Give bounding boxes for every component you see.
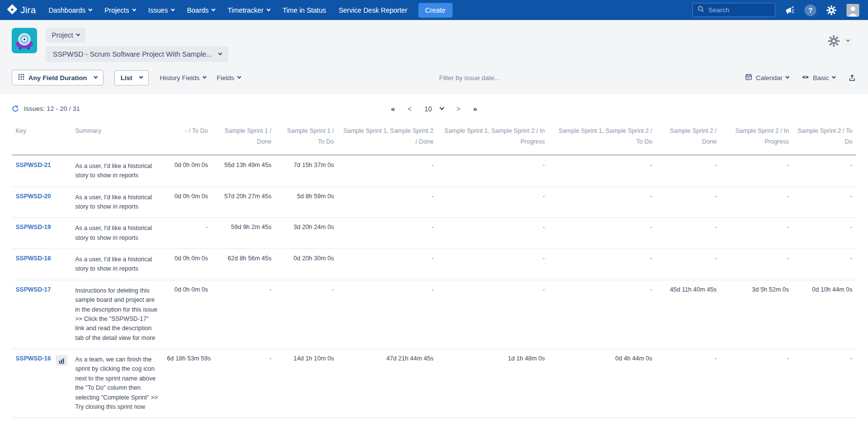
duration-cell: -	[275, 280, 338, 349]
duration-cell: -	[793, 155, 856, 187]
issue-key-link[interactable]: SSPWSD-21	[16, 162, 51, 168]
column-header: Sample Sprint 1, Sample Sprint 2 / To Do	[549, 121, 656, 155]
help-icon[interactable]: ?	[805, 4, 816, 16]
scope-selector[interactable]: Project	[46, 28, 85, 42]
duration-cell: -	[721, 249, 793, 280]
report-settings-button[interactable]	[827, 28, 849, 47]
results-bar: Issues: 12 - 20 / 31 « < 10 > »	[0, 94, 868, 121]
jira-mark-icon	[7, 4, 18, 17]
settings-gear-icon[interactable]	[826, 5, 837, 16]
eye-icon	[802, 73, 813, 83]
pagination: « < 10 > »	[391, 105, 477, 113]
first-page-button[interactable]: «	[391, 105, 395, 113]
project-header: Project SSPWSD - Scrum Software Project …	[0, 20, 868, 67]
duration-cell: -	[793, 349, 856, 418]
issues-count-label: Issues: 12 - 20 / 31	[24, 105, 80, 112]
page-size-selector[interactable]: 10	[424, 105, 444, 113]
duration-cell: 55d 13h 49m 45s	[212, 155, 275, 187]
nav-item-boards[interactable]: Boards	[187, 6, 215, 14]
search-input[interactable]	[708, 6, 762, 14]
column-header: Sample Sprint 1, Sample Sprint 2 / Done	[338, 121, 437, 155]
duration-cell: 0d 20h 30m 0s	[275, 249, 338, 280]
issue-key-link[interactable]: SSPWSD-20	[16, 193, 51, 200]
announcements-icon[interactable]	[785, 5, 795, 15]
last-page-button[interactable]: »	[473, 105, 477, 113]
user-avatar[interactable]	[847, 4, 859, 17]
duration-cell: 0d 10h 44m 0s	[793, 280, 856, 349]
issue-key-link[interactable]: SSPWSD-19	[16, 224, 51, 231]
duration-cell: -	[793, 187, 856, 218]
export-icon[interactable]	[848, 74, 856, 82]
duration-cell: -	[656, 187, 721, 218]
column-header: Sample Sprint 2 / Done	[656, 121, 721, 155]
project-avatar	[12, 28, 37, 53]
issue-key-link[interactable]: SSPWSD-17	[16, 286, 51, 293]
issue-summary: As a user, I'd like a historical story t…	[75, 193, 159, 212]
issue-key-link[interactable]: SSPWSD-18	[16, 255, 51, 262]
nav-item-time-in-status[interactable]: Time in Status	[283, 6, 326, 14]
table-row: SSPWSD-18As a user, I'd like a historica…	[12, 249, 856, 280]
column-header: Sample Sprint 1 / Done	[212, 121, 275, 155]
fields-dropdown[interactable]: Fields	[217, 74, 241, 82]
calendar-selector[interactable]: Calendar	[745, 73, 789, 82]
duration-cell: -	[437, 218, 549, 249]
nav-item-dashboards[interactable]: Dashboards	[48, 6, 92, 14]
nav-item-projects[interactable]: Projects	[104, 6, 136, 14]
duration-cell: 0d 0h 0m 0s	[163, 249, 212, 280]
issue-date-filter-input[interactable]	[439, 74, 547, 82]
project-selector[interactable]: SSPWSD - Scrum Software Project With Sam…	[46, 46, 228, 62]
duration-cell: -	[163, 218, 212, 249]
nav-item-issues[interactable]: Issues	[148, 6, 174, 14]
duration-cell: -	[549, 155, 656, 187]
issue-summary: As a user, I'd like a historical story t…	[75, 224, 159, 243]
view-mode-selector[interactable]: List	[114, 70, 149, 85]
duration-cell: -	[437, 187, 549, 218]
nav-item-timetracker[interactable]: Timetracker	[227, 6, 269, 14]
issue-summary: As a user, I'd like a historical story t…	[75, 162, 159, 181]
table-row: SSPWSD-19As a user, I'd like a historica…	[12, 218, 856, 249]
chevron-down-icon	[832, 75, 836, 79]
history-fields-dropdown[interactable]: History Fields	[160, 74, 206, 82]
column-header: Sample Sprint 1 / To Do	[275, 121, 338, 155]
duration-cell: 62d 8h 56m 45s	[212, 249, 275, 280]
duration-cell: 3d 5h 52m 0s	[721, 280, 793, 349]
chevron-down-icon	[266, 7, 270, 11]
issue-summary: As a team, we can finish the sprint by c…	[75, 355, 159, 412]
search-icon	[697, 5, 704, 15]
global-search[interactable]	[692, 3, 775, 17]
refresh-icon[interactable]	[12, 105, 19, 112]
chevron-down-icon	[785, 75, 789, 79]
chevron-down-icon	[94, 75, 98, 79]
issue-key-link[interactable]: SSPWSD-16	[16, 355, 51, 362]
table-row: SSPWSD-17Instructions for deleting this …	[12, 280, 856, 349]
issue-summary: Instructions for deleting this sample bo…	[75, 286, 159, 343]
create-button[interactable]: Create	[418, 3, 453, 18]
chevron-down-icon	[132, 7, 136, 11]
chevron-down-icon	[846, 38, 850, 42]
issues-table-body: SSPWSD-21As a user, I'd like a historica…	[12, 155, 856, 418]
top-nav: Jira Dashboards Projects Issues Boards T…	[0, 0, 868, 20]
jira-logo[interactable]: Jira	[7, 4, 36, 17]
field-duration-selector[interactable]: Any Field Duration	[12, 70, 103, 85]
table-row: SSPWSD-20As a user, I'd like a historica…	[12, 187, 856, 218]
duration-cell: 45d 11h 40m 45s	[656, 280, 721, 349]
chevron-down-icon	[203, 75, 207, 79]
calendar-icon	[745, 73, 756, 82]
duration-cell: -	[338, 155, 437, 187]
duration-cell: 5d 8h 59m 0s	[275, 187, 338, 218]
duration-cell: 6d 18h 53m 59s	[163, 349, 212, 418]
column-header: Sample Sprint 2 / To Do	[793, 121, 856, 155]
next-page-button[interactable]: >	[456, 105, 460, 113]
duration-cell: -	[212, 280, 275, 349]
display-mode-selector[interactable]: Basic	[802, 73, 835, 83]
prev-page-button[interactable]: <	[408, 105, 412, 113]
nav-menu: Dashboards Projects Issues Boards Timetr…	[48, 6, 407, 14]
chevron-down-icon	[218, 51, 222, 55]
nav-item-service-desk-reporter[interactable]: Service Desk Reporter	[339, 6, 408, 14]
duration-cell: 59d 9h 2m 45s	[212, 218, 275, 249]
time-chart-icon[interactable]	[56, 355, 67, 366]
duration-cell: -	[549, 249, 656, 280]
duration-cell: -	[721, 155, 793, 187]
issue-summary: As a user, I'd like a historical story t…	[75, 255, 159, 274]
column-header-summary: Summary	[71, 121, 163, 155]
